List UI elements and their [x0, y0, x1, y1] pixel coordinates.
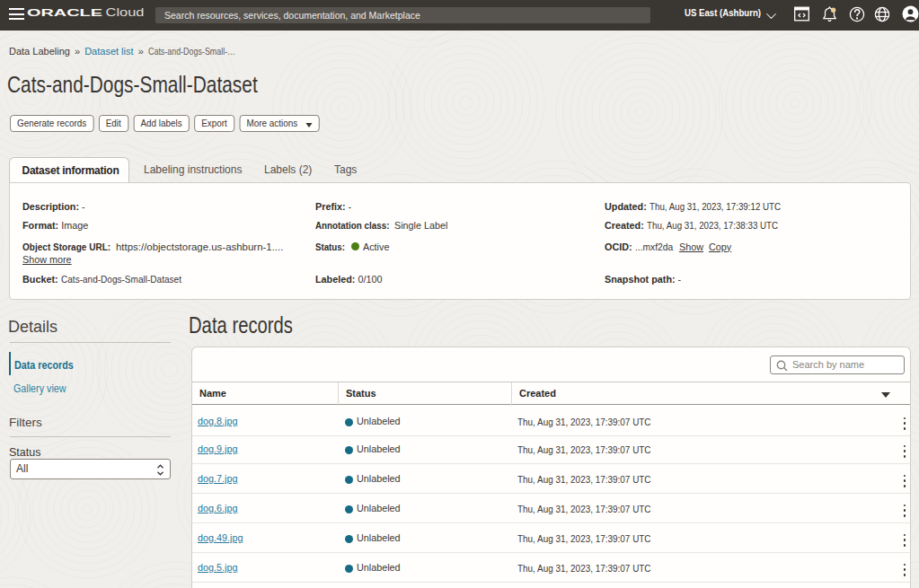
svg-text:Cloud: Cloud [106, 5, 145, 19]
svg-text:ORACLE: ORACLE [27, 7, 103, 18]
